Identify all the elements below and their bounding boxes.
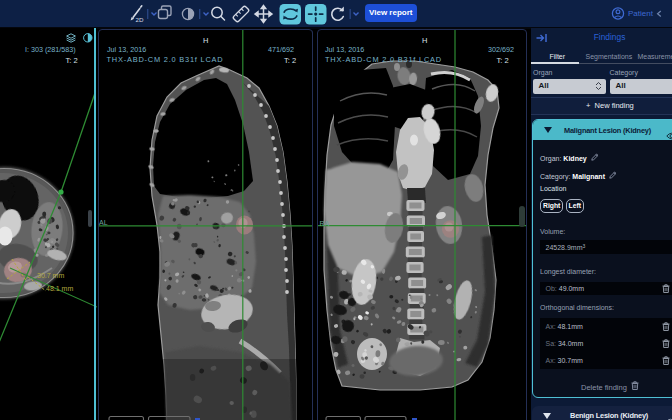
svg-text:2D: 2D [136, 16, 144, 23]
